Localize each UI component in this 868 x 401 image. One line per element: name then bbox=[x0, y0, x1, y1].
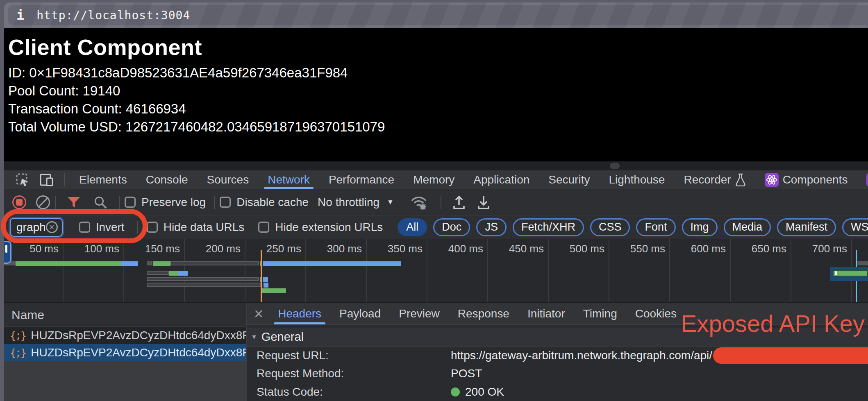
filter-chip-manifest[interactable]: Manifest bbox=[777, 218, 836, 236]
tab-lighthouse[interactable]: Lighthouse bbox=[599, 170, 674, 189]
table-row[interactable]: {;}HUZDsRpEVP2AvzDCyzDHtdc64dyDxx8FQj... bbox=[4, 344, 246, 361]
details-tab-initiator[interactable]: Initiator bbox=[518, 303, 574, 324]
details-tab-payload[interactable]: Payload bbox=[330, 303, 390, 324]
disable-cache-label: Disable cache bbox=[236, 196, 309, 209]
request-url-row: Request URL: https://gateway-arbitrum.ne… bbox=[247, 347, 868, 365]
name-column-header[interactable]: Name bbox=[4, 303, 246, 327]
export-har-icon[interactable] bbox=[477, 195, 491, 210]
filter-toggle-icon[interactable] bbox=[67, 197, 80, 208]
json-request-icon: {;} bbox=[10, 347, 26, 359]
timeline-gridline bbox=[245, 239, 245, 302]
tab-label: Elements bbox=[79, 173, 127, 186]
checkbox-box[interactable] bbox=[258, 222, 269, 233]
network-overview[interactable]: 50 ms100 ms150 ms200 ms250 ms300 ms350 m… bbox=[4, 239, 868, 303]
page-stat-line: Transaction Count: 46166934 bbox=[8, 100, 868, 118]
details-tab-timing[interactable]: Timing bbox=[574, 303, 626, 324]
tab-performance[interactable]: Performance bbox=[319, 170, 404, 189]
preserve-log-checkbox[interactable]: Preserve log bbox=[125, 196, 206, 209]
timeline-gridline bbox=[366, 239, 367, 302]
network-conditions-icon[interactable] bbox=[409, 195, 428, 210]
page-stat-line: ID: 0×1F98431c8aD98523631AE4a59f267346ea… bbox=[8, 64, 868, 82]
tab-console[interactable]: Console bbox=[136, 170, 198, 189]
browser-titlebar: i http://localhost:3004 bbox=[4, 2, 868, 28]
waterfall-bar bbox=[147, 277, 259, 281]
tab-recorder[interactable]: Recorder bbox=[674, 170, 755, 189]
device-toolbar-icon[interactable] bbox=[39, 173, 54, 187]
details-tab-headers[interactable]: Headers bbox=[269, 303, 330, 324]
tab-label: Memory bbox=[413, 173, 454, 186]
checkbox-box[interactable] bbox=[125, 197, 136, 208]
hide-extension-urls-checkbox[interactable]: Hide extension URLs bbox=[258, 221, 383, 234]
search-icon[interactable] bbox=[93, 195, 107, 209]
filter-input-value[interactable]: graph bbox=[16, 221, 46, 234]
waterfall-bar bbox=[264, 283, 268, 288]
tab-label: Components bbox=[783, 173, 848, 186]
filter-chip-doc[interactable]: Doc bbox=[433, 218, 470, 236]
scrollbar-thumb[interactable] bbox=[610, 163, 620, 169]
toolbar-divider bbox=[441, 196, 441, 209]
details-tab-preview[interactable]: Preview bbox=[390, 303, 449, 324]
request-url-key: Request URL: bbox=[257, 349, 451, 362]
timeline-gridline bbox=[487, 239, 488, 302]
tab-network[interactable]: Network bbox=[258, 170, 319, 189]
filter-chip-img[interactable]: Img bbox=[682, 218, 718, 236]
tab-profiler[interactable]: Profiler bbox=[857, 170, 868, 189]
info-icon[interactable]: i bbox=[16, 7, 24, 23]
waterfall-bar bbox=[169, 271, 178, 276]
tab-application[interactable]: Application bbox=[464, 170, 539, 189]
import-har-icon[interactable] bbox=[452, 195, 466, 210]
tab-components[interactable]: Components bbox=[755, 170, 857, 189]
checkbox-box[interactable] bbox=[79, 222, 90, 233]
filter-chip-fetch-xhr[interactable]: Fetch/XHR bbox=[513, 218, 584, 236]
clear-network-log-button[interactable] bbox=[36, 195, 50, 209]
disclosure-triangle-icon: ▼ bbox=[251, 333, 257, 341]
toolbar-divider bbox=[137, 221, 138, 234]
timeline-tick-label: 650 ms bbox=[733, 242, 786, 255]
filter-input[interactable]: graph × bbox=[10, 218, 63, 237]
filter-chip-font[interactable]: Font bbox=[636, 218, 675, 236]
selected-waterfall-bar bbox=[833, 270, 868, 276]
filter-chip-all[interactable]: All bbox=[398, 218, 427, 236]
hide-extension-urls-label: Hide extension URLs bbox=[275, 221, 383, 234]
url-text[interactable]: http://localhost:3004 bbox=[36, 9, 190, 22]
timeline-gridline bbox=[548, 239, 549, 302]
page-content: Client Component ID: 0×1F98431c8aD985236… bbox=[4, 28, 868, 161]
timeline-tick-label: 250 ms bbox=[248, 242, 301, 255]
json-request-icon: {;} bbox=[10, 330, 26, 342]
filter-chip-media[interactable]: Media bbox=[724, 218, 771, 236]
close-icon[interactable]: × bbox=[254, 306, 263, 322]
devtools-tab-bar: ElementsConsoleSourcesNetworkPerformance… bbox=[4, 170, 868, 189]
tab-label: Lighthouse bbox=[609, 173, 665, 186]
screenshot-root: i http://localhost:3004 Client Component… bbox=[0, 0, 868, 401]
timeline-gridline bbox=[123, 239, 124, 302]
filter-chip-js[interactable]: JS bbox=[476, 218, 507, 236]
invert-checkbox[interactable]: Invert bbox=[79, 221, 125, 234]
toolbar-divider bbox=[214, 196, 215, 209]
waterfall-bar bbox=[170, 261, 259, 265]
clear-filter-icon[interactable]: × bbox=[46, 221, 58, 233]
filter-chip-css[interactable]: CSS bbox=[590, 218, 630, 236]
tab-sources[interactable]: Sources bbox=[197, 170, 258, 189]
toolbar-divider bbox=[119, 196, 120, 209]
throttling-dropdown[interactable]: No throttling ▼ bbox=[318, 196, 394, 209]
page-stat-line: Pool Count: 19140 bbox=[8, 82, 868, 100]
selected-bar-tick bbox=[835, 271, 837, 275]
inspect-element-icon[interactable] bbox=[16, 173, 30, 187]
timeline-gridline bbox=[791, 239, 791, 302]
tab-elements[interactable]: Elements bbox=[70, 170, 136, 189]
request-table: Name {;}HUZDsRpEVP2AvzDCyzDHtdc64dyDxx8F… bbox=[4, 303, 247, 401]
partial-element-artifact bbox=[4, 241, 11, 264]
hide-data-urls-checkbox[interactable]: Hide data URLs bbox=[147, 221, 245, 234]
timeline-gridline bbox=[730, 239, 731, 302]
record-network-log-button[interactable] bbox=[12, 195, 26, 209]
filter-chip-ws[interactable]: WS bbox=[842, 218, 868, 236]
waterfall-bar bbox=[263, 277, 268, 282]
table-row[interactable]: {;}HUZDsRpEVP2AvzDCyzDHtdc64dyDxx8FQj... bbox=[4, 327, 246, 344]
request-method-row: Request Method: POST bbox=[247, 365, 868, 383]
checkbox-box[interactable] bbox=[220, 197, 231, 208]
details-tab-response[interactable]: Response bbox=[449, 303, 518, 324]
tab-memory[interactable]: Memory bbox=[404, 170, 464, 189]
disable-cache-checkbox[interactable]: Disable cache bbox=[220, 196, 309, 209]
tab-security[interactable]: Security bbox=[539, 170, 599, 189]
checkbox-box[interactable] bbox=[147, 222, 158, 233]
